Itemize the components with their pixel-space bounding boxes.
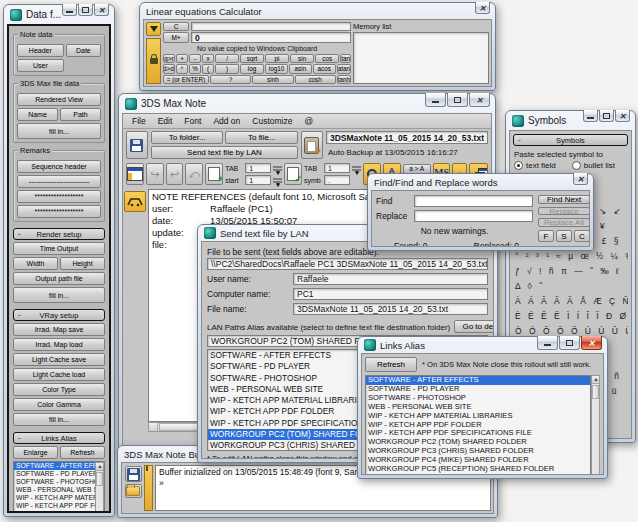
name-button[interactable]: Name: [17, 108, 58, 121]
links-alias-list[interactable]: SOFTWARE - AFTER EFFECTSSOFTWARE - PD PL…: [365, 375, 591, 475]
menu-item[interactable]: Add on: [207, 116, 246, 126]
calc-key[interactable]: ?: [210, 75, 251, 84]
list-item[interactable]: WORKGROUP PC3 (CHRIS) SHARED FOLDER: [366, 447, 590, 456]
note-vehicle-button[interactable]: [124, 191, 146, 212]
tab-value-field[interactable]: 1: [245, 163, 271, 173]
list-item[interactable]: WORKGROUP PC5 (RECEPTION) SHARED FOLDER: [366, 465, 590, 474]
redo-button[interactable]: ↪: [146, 163, 164, 185]
to-file-button[interactable]: To file...: [225, 131, 298, 144]
links-titlebar[interactable]: Links Alias: [361, 337, 604, 353]
add-page-button[interactable]: +: [205, 163, 223, 185]
memory-list[interactable]: [353, 32, 489, 84]
list-item[interactable]: WIP - KETCH APP PDF FOLDER: [366, 421, 590, 430]
refresh-button[interactable]: Refresh: [60, 446, 105, 459]
rollup-arrow-button[interactable]: [146, 22, 161, 36]
calc-key[interactable]: x: [202, 54, 214, 63]
bullet-list-radio[interactable]: [572, 161, 581, 170]
list-item[interactable]: WIP - KETCH APP MATERIAL LIBRARIES: [14, 494, 95, 502]
find-next-button[interactable]: Find Next: [538, 195, 590, 204]
calc-key[interactable]: log: [240, 64, 264, 73]
user-button[interactable]: User: [17, 59, 64, 72]
menu-item[interactable]: File: [126, 116, 152, 126]
date-button[interactable]: Date: [66, 44, 101, 57]
calc-key[interactable]: deg>rad: [163, 54, 175, 63]
symbols-row[interactable]: Δ ◊ ˜: [513, 279, 628, 294]
memory-add-button[interactable]: M+: [163, 32, 189, 43]
calc-key[interactable]: (: [202, 64, 214, 73]
list-item[interactable]: WIP - KETCH APP PDF FOLDER: [14, 502, 95, 510]
file-name-field[interactable]: 3DSMaxNote 11_05_2015 14_20_53.txt: [293, 303, 488, 315]
menu-item[interactable]: Customize: [246, 116, 298, 126]
scrollbar[interactable]: [95, 462, 104, 513]
lower-to-upper-button[interactable]: a > A: [403, 164, 431, 174]
close-button[interactable]: [615, 110, 630, 122]
calc-key[interactable]: asin: [289, 64, 312, 73]
list-item[interactable]: WIP - KETCH APP MATERIAL LIBRARIES: [366, 412, 590, 421]
close-button[interactable]: [573, 173, 588, 185]
tab-spinner[interactable]: [273, 166, 282, 171]
undo-button[interactable]: ↩: [166, 163, 184, 185]
start-spinner[interactable]: [273, 178, 282, 183]
vray-button[interactable]: Irrad. Map save: [13, 323, 105, 336]
time-output-button[interactable]: Time Output: [13, 242, 105, 255]
list-item[interactable]: SOFTWARE - PD PLAYER: [14, 470, 95, 478]
refresh-button[interactable]: Refresh: [365, 357, 417, 372]
collapse-icon[interactable]: -: [18, 310, 21, 319]
scroll-thumb[interactable]: [96, 472, 103, 486]
find-titlebar[interactable]: Find/Find and Replace words: [371, 174, 590, 190]
find-input[interactable]: [414, 195, 533, 207]
calc-key[interactable]: atan: [337, 64, 351, 73]
replace-input[interactable]: [414, 210, 533, 222]
user-name-field[interactable]: Raffaele: [293, 273, 488, 285]
computer-name-field[interactable]: PC1: [293, 288, 488, 300]
links-alias-list[interactable]: SOFTWARE - AFTER EFFECTSSOFTWARE - PD PL…: [13, 461, 105, 513]
calc-value-field[interactable]: 0: [191, 32, 351, 43]
symb-value-field[interactable]: .: [324, 175, 350, 185]
sequence-header-button[interactable]: Sequence header: [17, 160, 101, 173]
tab2-value-field[interactable]: 1: [324, 163, 350, 173]
stars-button[interactable]: ******************: [17, 205, 101, 218]
c-button[interactable]: C: [574, 230, 590, 242]
symbols-row[interactable]: ƒ √ ! ñ π — ˜ ‰ ℓ: [513, 264, 628, 279]
note-titlebar[interactable]: 3DS Max Note: [122, 94, 492, 113]
vray-button[interactable]: Light Cache save: [13, 353, 105, 366]
list-item[interactable]: WIP - KETCH APP PDF SPECIFICATIONS FILE: [14, 510, 95, 513]
stars-button[interactable]: ******************: [17, 190, 101, 203]
buffer-open-button[interactable]: [125, 484, 142, 498]
maximize-button[interactable]: [447, 93, 468, 107]
symbols-row[interactable]: ° ² ³ ¹ ≈ µ œ ½ ¼ ¾: [513, 249, 628, 264]
scroll-up-icon[interactable]: [592, 376, 599, 384]
calc-key[interactable]: sin: [290, 54, 314, 63]
maximize-button[interactable]: [559, 336, 580, 350]
close-button[interactable]: [469, 93, 490, 107]
vray-button[interactable]: Irrad. Map load: [13, 338, 105, 351]
calculator-titlebar[interactable]: Linear equations Calculator: [143, 3, 492, 19]
buffer-save-button[interactable]: [125, 466, 142, 482]
calc-key[interactable]: = (or ENTER): [163, 75, 209, 84]
list-item[interactable]: SOFTWARE - PHOTOSHOP: [14, 478, 95, 486]
list-item[interactable]: SOFTWARE - AFTER EFFECTS: [366, 376, 590, 385]
calc-key[interactable]: %: [189, 64, 201, 73]
note-list-button[interactable]: [126, 163, 144, 185]
data-panel-titlebar[interactable]: Data f...: [7, 5, 111, 24]
calc-key[interactable]: pi: [265, 54, 289, 63]
calc-key[interactable]: ^: [176, 64, 188, 73]
path-button[interactable]: Path: [60, 108, 101, 121]
minimize-button[interactable]: [583, 110, 598, 122]
vray-button[interactable]: fill in...: [13, 413, 105, 426]
enlarge-button[interactable]: Enlarge: [13, 446, 58, 459]
send-lan-button[interactable]: Send text file by LAN: [151, 146, 298, 159]
render-setup-rollout[interactable]: - Render setup: [13, 228, 105, 240]
calc-key[interactable]: /: [215, 54, 239, 63]
maximize-button[interactable]: [599, 110, 614, 122]
scroll-thumb[interactable]: [592, 385, 599, 399]
file-path-field[interactable]: \\PC2\SharedDocs\Raffaele PC1 3DSMaxNote…: [207, 258, 488, 270]
replace-all-button[interactable]: Replace All: [538, 218, 590, 227]
close-button[interactable]: [581, 336, 602, 350]
vray-button[interactable]: Color Type: [13, 383, 105, 396]
list-item[interactable]: EMPTY ALIAS 12: [366, 474, 590, 475]
collapse-icon[interactable]: -: [18, 433, 21, 442]
collapse-icon[interactable]: -: [518, 135, 521, 144]
vray-button[interactable]: Light Cache load: [13, 368, 105, 381]
symbols-row[interactable]: È É Ê Ë Ì Í Î Ï Ð Ø: [513, 309, 628, 324]
